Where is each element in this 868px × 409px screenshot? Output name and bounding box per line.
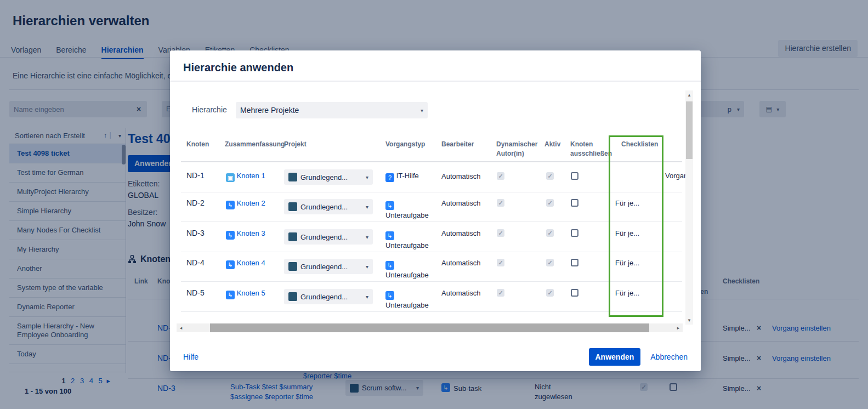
active-checkbox[interactable]: ✓ [546, 259, 554, 266]
row-project-value: Grundlegend... [300, 173, 348, 181]
row-summary-link[interactable]: Knoten 4 [237, 259, 265, 267]
exclude-node-checkbox[interactable] [571, 259, 578, 266]
row-issuetype: ↳ Unteraufgabe [385, 258, 432, 280]
hierarchy-select-value: Mehrere Projekte [240, 106, 299, 115]
modal-body: Hierarchie Mehrere Projekte ▾ Knoten Zus… [170, 83, 701, 343]
row-summary: ▣ Knoten 1 [226, 171, 286, 182]
exclude-node-checkbox[interactable] [571, 172, 578, 180]
active-checkbox[interactable]: ✓ [546, 289, 554, 297]
horizontal-scrollbar[interactable]: ◂ ▸ [177, 323, 683, 332]
modal-table-row: ND-2 ↳ Knoten 2 Grundlegend... ▾ ↳ Unter… [181, 192, 682, 222]
row-issuetype-label: IT-Hilfe [396, 172, 419, 180]
vertical-scrollbar[interactable]: ▴ ▾ [685, 90, 693, 325]
row-assignee: Automatisch [441, 229, 481, 237]
active-checkbox[interactable]: ✓ [546, 229, 554, 237]
row-project-value: Grundlegend... [300, 203, 348, 211]
subtask-type-icon: ↳ [226, 291, 235, 299]
row-project-select[interactable]: Grundlegend... ▾ [284, 169, 373, 185]
chevron-down-icon: ▾ [366, 174, 368, 180]
subtask-type-icon: ↳ [385, 201, 394, 210]
row-checklists: Für je... [615, 259, 639, 267]
row-key[interactable]: ND-1 [186, 171, 205, 180]
col-summary: Zusammenfassung [225, 140, 285, 149]
row-assignee: Automatisch [441, 289, 481, 297]
scroll-down-icon[interactable]: ▾ [685, 316, 693, 325]
row-project-select[interactable]: Grundlegend... ▾ [284, 199, 373, 214]
row-summary-link[interactable]: Knoten 3 [237, 229, 265, 237]
subtask-type-icon: ↳ [385, 261, 394, 270]
hierarchy-select[interactable]: Mehrere Projekte ▾ [236, 102, 428, 118]
modal-footer: Hilfe Anwenden Abbrechen [170, 343, 701, 371]
chevron-down-icon: ▾ [421, 107, 423, 113]
col-checklists: Checklisten [621, 140, 658, 149]
row-project-select[interactable]: Grundlegend... ▾ [284, 229, 373, 245]
subtask-type-icon: ↳ [226, 231, 235, 240]
project-avatar [288, 292, 297, 301]
row-project-value: Grundlegend... [300, 233, 348, 241]
row-issuetype-label: Unteraufgabe [385, 271, 429, 279]
chevron-down-icon: ▾ [366, 204, 368, 210]
row-checklists: Für je... [615, 199, 639, 207]
active-checkbox[interactable]: ✓ [546, 172, 554, 180]
row-summary-link[interactable]: Knoten 2 [237, 199, 265, 207]
row-issuetype-label: Unteraufgabe [385, 211, 429, 219]
dynamic-author-checkbox[interactable]: ✓ [497, 259, 504, 266]
modal-table-row: ND-1 ▣ Knoten 1 Grundlegend... ▾ ? IT-Hi… [181, 162, 682, 192]
subtask-type-icon: ↳ [226, 201, 235, 209]
row-issuetype-label: Unteraufgabe [385, 241, 429, 249]
modal-apply-button[interactable]: Anwenden [589, 348, 641, 366]
app-window: Hierarchien verwalten Vorlagen Bereiche … [0, 0, 868, 409]
row-summary: ↳ Knoten 2 [226, 198, 266, 209]
scrollbar-thumb[interactable] [210, 323, 650, 332]
row-summary: ↳ Knoten 3 [226, 229, 266, 240]
row-project-select[interactable]: Grundlegend... ▾ [284, 289, 373, 304]
scrollbar-rail[interactable] [185, 323, 674, 332]
modal-title: Hierarchie anwenden [183, 61, 293, 74]
scrollbar-thumb[interactable] [686, 101, 693, 159]
scroll-left-icon[interactable]: ◂ [177, 323, 185, 332]
row-project-value: Grundlegend... [300, 263, 348, 271]
row-project-value: Grundlegend... [300, 293, 348, 301]
chevron-down-icon: ▾ [366, 294, 368, 300]
modal-table-row: ND-4 ↳ Knoten 4 Grundlegend... ▾ ↳ Unter… [181, 252, 682, 282]
modal-cancel-button[interactable]: Abbrechen [650, 353, 688, 361]
col-active: Aktiv [544, 140, 560, 149]
col-project: Projekt [284, 140, 307, 149]
col-issuetype: Vorgangstyp [385, 140, 425, 149]
help-link[interactable]: Hilfe [183, 353, 198, 361]
exclude-node-checkbox[interactable] [571, 229, 578, 237]
row-assignee: Automatisch [441, 259, 481, 267]
chevron-down-icon: ▾ [366, 234, 368, 240]
row-project-select[interactable]: Grundlegend... ▾ [284, 259, 373, 274]
dynamic-author-checkbox[interactable]: ✓ [497, 172, 504, 180]
apply-hierarchy-modal: Hierarchie anwenden Hierarchie Mehrere P… [170, 50, 701, 371]
row-issuetype: ↳ Unteraufgabe [385, 288, 432, 310]
row-assignee: Automatisch [441, 172, 481, 180]
scroll-up-icon[interactable]: ▴ [685, 90, 693, 99]
row-summary-link[interactable]: Knoten 1 [237, 172, 265, 180]
row-key[interactable]: ND-4 [186, 258, 205, 267]
dynamic-author-checkbox[interactable]: ✓ [497, 199, 504, 207]
row-key[interactable]: ND-5 [186, 288, 205, 297]
subtask-type-icon: ↳ [226, 260, 235, 269]
row-checklists: Für je... [615, 289, 639, 297]
exclude-node-checkbox[interactable] [571, 199, 578, 207]
it-help-type-icon: ? [385, 173, 394, 182]
chevron-down-icon: ▾ [366, 264, 368, 270]
row-issuetype: ↳ Unteraufgabe [385, 229, 432, 251]
row-action-link[interactable]: Vorgang einstellen [665, 172, 686, 180]
modal-header: Hierarchie anwenden [170, 50, 701, 82]
row-summary: ↳ Knoten 4 [226, 258, 266, 269]
exclude-node-checkbox[interactable] [571, 289, 578, 297]
row-key[interactable]: ND-2 [186, 198, 205, 207]
dynamic-author-checkbox[interactable]: ✓ [497, 289, 504, 297]
scroll-right-icon[interactable]: ▸ [674, 323, 683, 332]
row-summary-link[interactable]: Knoten 5 [237, 289, 265, 297]
row-key[interactable]: ND-3 [186, 229, 205, 237]
col-dynamic-author: Dynamischer Autor(in) [496, 140, 541, 158]
col-assignee: Bearbeiter [441, 140, 474, 149]
row-checklists: Für je... [615, 229, 639, 237]
active-checkbox[interactable]: ✓ [546, 199, 554, 207]
project-avatar [288, 232, 297, 241]
dynamic-author-checkbox[interactable]: ✓ [497, 229, 504, 237]
